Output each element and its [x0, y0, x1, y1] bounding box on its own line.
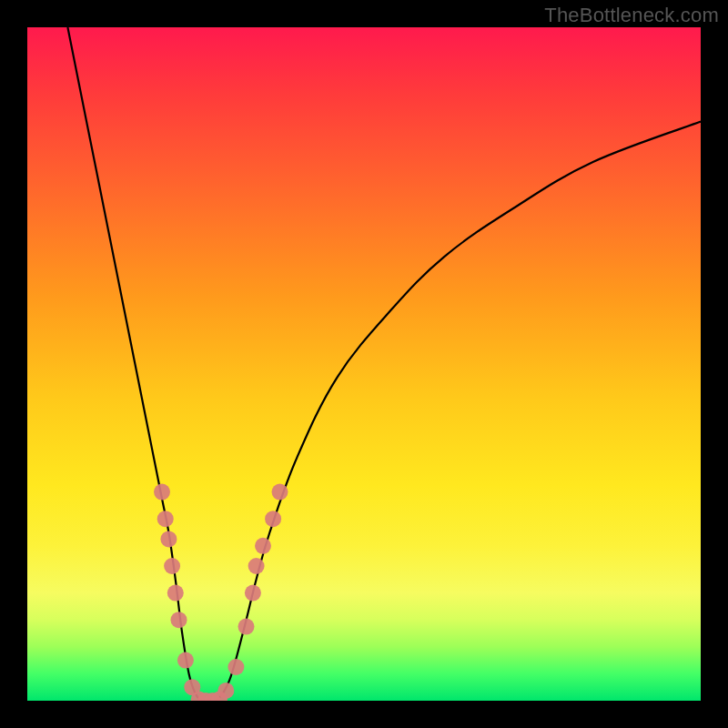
data-marker	[171, 612, 187, 628]
chart-svg	[27, 27, 701, 701]
data-marker	[265, 511, 281, 527]
data-marker	[238, 619, 255, 635]
data-marker	[167, 585, 184, 602]
chart-frame: TheBottleneck.com	[0, 0, 728, 728]
data-marker	[228, 659, 244, 675]
data-marker	[217, 682, 234, 699]
data-marker	[248, 558, 265, 574]
data-markers	[154, 484, 288, 701]
data-marker	[160, 531, 177, 547]
data-marker	[255, 538, 271, 554]
watermark-text: TheBottleneck.com	[544, 4, 719, 27]
data-marker	[245, 585, 261, 602]
data-marker	[157, 511, 174, 527]
data-marker	[154, 484, 170, 500]
data-marker	[164, 558, 180, 574]
data-marker	[272, 484, 288, 500]
data-marker	[177, 652, 194, 669]
bottleneck-curve	[67, 27, 701, 701]
plot-area	[27, 27, 701, 701]
